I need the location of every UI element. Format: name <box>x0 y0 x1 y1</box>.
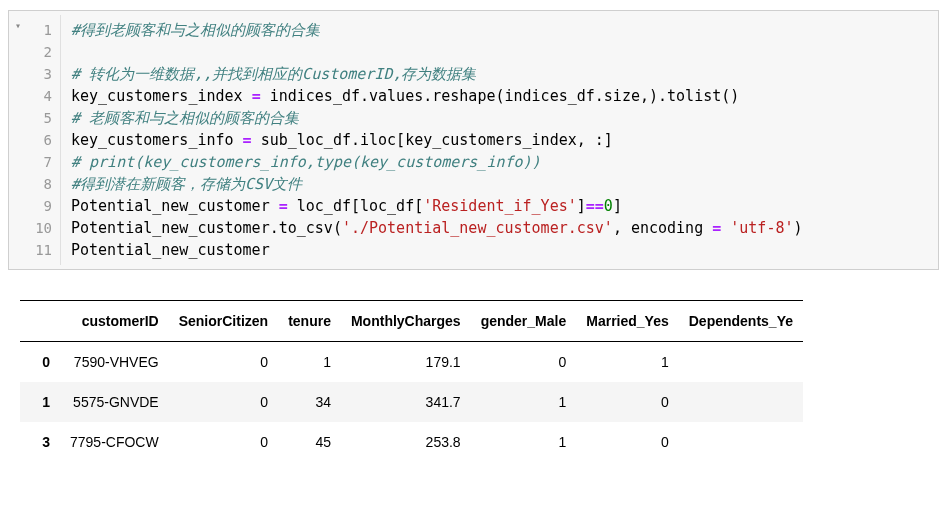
row-index: 3 <box>20 422 60 462</box>
line-number-gutter: 1234567891011 <box>27 15 61 265</box>
column-header: SeniorCitizen <box>169 301 278 342</box>
column-header: Married_Yes <box>576 301 679 342</box>
cell: 0 <box>169 342 278 383</box>
code-line: # print(key_customers_info,type(key_cust… <box>71 151 930 173</box>
code-line: key_customers_info = sub_loc_df.iloc[key… <box>71 129 930 151</box>
code-line: Potential_new_customer <box>71 239 930 261</box>
line-number: 10 <box>27 217 52 239</box>
table-body: 07590-VHVEG01179.10115575-GNVDE034341.71… <box>20 342 803 463</box>
line-number: 6 <box>27 129 52 151</box>
line-number: 9 <box>27 195 52 217</box>
line-number: 3 <box>27 63 52 85</box>
code-line: # 老顾客和与之相似的顾客的合集 <box>71 107 930 129</box>
line-number: 8 <box>27 173 52 195</box>
code-line: #得到老顾客和与之相似的顾客的合集 <box>71 19 930 41</box>
cell: 5575-GNVDE <box>60 382 169 422</box>
column-header: customerID <box>60 301 169 342</box>
cell: 34 <box>278 382 341 422</box>
line-number: 2 <box>27 41 52 63</box>
table-row: 07590-VHVEG01179.101 <box>20 342 803 383</box>
line-number: 4 <box>27 85 52 107</box>
cell: 0 <box>471 342 577 383</box>
cell: 179.1 <box>341 342 471 383</box>
cell: 1 <box>576 342 679 383</box>
index-header <box>20 301 60 342</box>
cell: 0 <box>169 382 278 422</box>
cell: 1 <box>278 342 341 383</box>
column-header: MonthlyCharges <box>341 301 471 342</box>
table-header: customerIDSeniorCitizentenureMonthlyChar… <box>20 301 803 342</box>
code-line: Potential_new_customer.to_csv('./Potenti… <box>71 217 930 239</box>
dataframe-table: customerIDSeniorCitizentenureMonthlyChar… <box>20 300 803 462</box>
cell: 0 <box>169 422 278 462</box>
cell: 7795-CFOCW <box>60 422 169 462</box>
line-number: 11 <box>27 239 52 261</box>
cell: 0 <box>576 422 679 462</box>
code-line: Potential_new_customer = loc_df[loc_df['… <box>71 195 930 217</box>
column-header: Dependents_Ye <box>679 301 803 342</box>
cell: 1 <box>471 382 577 422</box>
code-editor[interactable]: #得到老顾客和与之相似的顾客的合集 # 转化为一维数据,,并找到相应的Custo… <box>61 15 938 265</box>
line-number: 1 <box>27 19 52 41</box>
line-number: 5 <box>27 107 52 129</box>
output-area: customerIDSeniorCitizentenureMonthlyChar… <box>0 300 947 462</box>
column-header: gender_Male <box>471 301 577 342</box>
code-line <box>71 41 930 63</box>
cell: 45 <box>278 422 341 462</box>
cell: 0 <box>576 382 679 422</box>
cell: 1 <box>471 422 577 462</box>
row-index: 0 <box>20 342 60 383</box>
cell <box>679 382 803 422</box>
code-line: # 转化为一维数据,,并找到相应的CustomerID,存为数据集 <box>71 63 930 85</box>
code-line: #得到潜在新顾客，存储为CSV文件 <box>71 173 930 195</box>
column-header: tenure <box>278 301 341 342</box>
code-cell: ▾ 1234567891011 #得到老顾客和与之相似的顾客的合集 # 转化为一… <box>8 10 939 270</box>
cell: 7590-VHVEG <box>60 342 169 383</box>
cell: 341.7 <box>341 382 471 422</box>
line-number: 7 <box>27 151 52 173</box>
table-row: 15575-GNVDE034341.710 <box>20 382 803 422</box>
table-row: 37795-CFOCW045253.810 <box>20 422 803 462</box>
cell-collapse-icon[interactable]: ▾ <box>15 20 21 31</box>
code-line: key_customers_index = indices_df.values.… <box>71 85 930 107</box>
prompt-gutter: ▾ <box>9 11 27 269</box>
row-index: 1 <box>20 382 60 422</box>
cell <box>679 422 803 462</box>
cell <box>679 342 803 383</box>
code-area: 1234567891011 #得到老顾客和与之相似的顾客的合集 # 转化为一维数… <box>27 11 938 269</box>
cell: 253.8 <box>341 422 471 462</box>
